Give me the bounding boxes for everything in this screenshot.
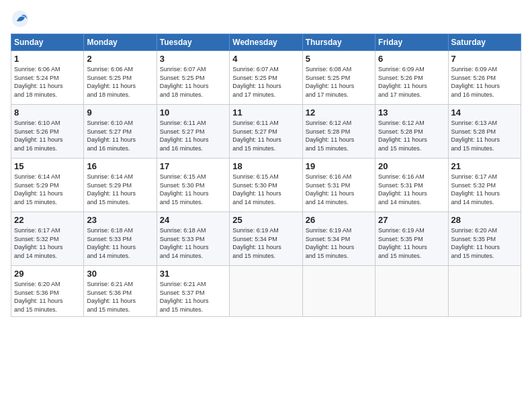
day-number: 27: [378, 215, 445, 225]
day-number: 22: [14, 215, 81, 225]
day-number: 13: [378, 107, 445, 118]
day-number: 26: [306, 215, 372, 225]
day-info: Sunrise: 6:15 AM Sunset: 5:30 PM Dayligh…: [232, 173, 299, 206]
calendar-cell: 20Sunrise: 6:16 AM Sunset: 5:31 PM Dayli…: [375, 158, 448, 212]
calendar-header-thursday: Thursday: [302, 34, 375, 51]
day-info: Sunrise: 6:13 AM Sunset: 5:28 PM Dayligh…: [451, 119, 518, 152]
logo-icon: [11, 9, 30, 28]
day-info: Sunrise: 6:08 AM Sunset: 5:25 PM Dayligh…: [306, 65, 372, 99]
header: [11, 7, 521, 28]
day-info: Sunrise: 6:11 AM Sunset: 5:27 PM Dayligh…: [160, 119, 226, 152]
day-number: 9: [87, 107, 153, 118]
day-number: 17: [160, 161, 226, 171]
day-number: 10: [160, 107, 226, 118]
calendar-cell: 27Sunrise: 6:19 AM Sunset: 5:35 PM Dayli…: [375, 212, 448, 266]
day-info: Sunrise: 6:07 AM Sunset: 5:25 PM Dayligh…: [232, 65, 299, 99]
day-info: Sunrise: 6:20 AM Sunset: 5:35 PM Dayligh…: [451, 226, 518, 260]
day-number: 25: [232, 215, 299, 225]
calendar-header-friday: Friday: [375, 34, 448, 51]
day-info: Sunrise: 6:21 AM Sunset: 5:37 PM Dayligh…: [160, 280, 226, 314]
day-number: 6: [378, 54, 445, 64]
calendar-cell: 19Sunrise: 6:16 AM Sunset: 5:31 PM Dayli…: [302, 158, 375, 212]
calendar-cell: 4Sunrise: 6:07 AM Sunset: 5:25 PM Daylig…: [230, 51, 302, 105]
calendar-cell: 6Sunrise: 6:09 AM Sunset: 5:26 PM Daylig…: [375, 51, 448, 105]
day-info: Sunrise: 6:07 AM Sunset: 5:25 PM Dayligh…: [160, 65, 226, 99]
calendar-cell: 16Sunrise: 6:14 AM Sunset: 5:29 PM Dayli…: [84, 158, 157, 212]
calendar-cell: 7Sunrise: 6:09 AM Sunset: 5:26 PM Daylig…: [448, 51, 521, 105]
day-number: 21: [451, 161, 518, 171]
calendar-cell: 21Sunrise: 6:17 AM Sunset: 5:32 PM Dayli…: [448, 158, 521, 212]
day-number: 12: [306, 107, 372, 118]
calendar-cell: 5Sunrise: 6:08 AM Sunset: 5:25 PM Daylig…: [302, 51, 375, 105]
day-number: 30: [87, 269, 153, 279]
calendar-cell: 29Sunrise: 6:20 AM Sunset: 5:36 PM Dayli…: [11, 266, 84, 317]
day-number: 29: [14, 269, 81, 279]
calendar-header-tuesday: Tuesday: [157, 34, 229, 51]
calendar-header-saturday: Saturday: [448, 34, 521, 51]
calendar-cell: 10Sunrise: 6:11 AM Sunset: 5:27 PM Dayli…: [157, 105, 229, 158]
day-info: Sunrise: 6:16 AM Sunset: 5:31 PM Dayligh…: [378, 173, 445, 206]
day-info: Sunrise: 6:17 AM Sunset: 5:32 PM Dayligh…: [451, 173, 518, 206]
day-number: 16: [87, 161, 153, 171]
day-number: 31: [160, 269, 226, 279]
calendar-week-1: 1Sunrise: 6:06 AM Sunset: 5:24 PM Daylig…: [11, 51, 521, 105]
calendar-cell: 18Sunrise: 6:15 AM Sunset: 5:30 PM Dayli…: [230, 158, 302, 212]
calendar-cell: 28Sunrise: 6:20 AM Sunset: 5:35 PM Dayli…: [448, 212, 521, 266]
day-info: Sunrise: 6:14 AM Sunset: 5:29 PM Dayligh…: [87, 173, 153, 206]
day-info: Sunrise: 6:10 AM Sunset: 5:26 PM Dayligh…: [14, 119, 81, 152]
calendar-cell: 31Sunrise: 6:21 AM Sunset: 5:37 PM Dayli…: [157, 266, 229, 317]
day-number: 7: [451, 54, 518, 64]
day-info: Sunrise: 6:19 AM Sunset: 5:35 PM Dayligh…: [378, 226, 445, 260]
day-info: Sunrise: 6:11 AM Sunset: 5:27 PM Dayligh…: [232, 119, 299, 152]
calendar-week-4: 22Sunrise: 6:17 AM Sunset: 5:32 PM Dayli…: [11, 212, 521, 266]
calendar-header-monday: Monday: [84, 34, 157, 51]
calendar-cell: 24Sunrise: 6:18 AM Sunset: 5:33 PM Dayli…: [157, 212, 229, 266]
calendar-cell: [230, 266, 302, 317]
day-info: Sunrise: 6:09 AM Sunset: 5:26 PM Dayligh…: [378, 65, 445, 99]
calendar-cell: 8Sunrise: 6:10 AM Sunset: 5:26 PM Daylig…: [11, 105, 84, 158]
page: SundayMondayTuesdayWednesdayThursdayFrid…: [0, 0, 532, 324]
day-number: 4: [232, 54, 299, 64]
day-number: 11: [232, 107, 299, 118]
calendar-header-sunday: Sunday: [11, 34, 84, 51]
day-number: 5: [306, 54, 372, 64]
day-number: 24: [160, 215, 226, 225]
day-number: 14: [451, 107, 518, 118]
calendar-cell: 11Sunrise: 6:11 AM Sunset: 5:27 PM Dayli…: [230, 105, 302, 158]
calendar-cell: 9Sunrise: 6:10 AM Sunset: 5:27 PM Daylig…: [84, 105, 157, 158]
calendar-cell: 1Sunrise: 6:06 AM Sunset: 5:24 PM Daylig…: [11, 51, 84, 105]
day-info: Sunrise: 6:19 AM Sunset: 5:34 PM Dayligh…: [232, 226, 299, 260]
day-info: Sunrise: 6:20 AM Sunset: 5:36 PM Dayligh…: [14, 280, 81, 314]
day-info: Sunrise: 6:21 AM Sunset: 5:36 PM Dayligh…: [87, 280, 153, 314]
calendar-week-2: 8Sunrise: 6:10 AM Sunset: 5:26 PM Daylig…: [11, 105, 521, 158]
day-info: Sunrise: 6:10 AM Sunset: 5:27 PM Dayligh…: [87, 119, 153, 152]
calendar-cell: 2Sunrise: 6:06 AM Sunset: 5:25 PM Daylig…: [84, 51, 157, 105]
day-info: Sunrise: 6:12 AM Sunset: 5:28 PM Dayligh…: [306, 119, 372, 152]
calendar-cell: 14Sunrise: 6:13 AM Sunset: 5:28 PM Dayli…: [448, 105, 521, 158]
day-number: 28: [451, 215, 518, 225]
calendar-cell: 25Sunrise: 6:19 AM Sunset: 5:34 PM Dayli…: [230, 212, 302, 266]
calendar-header-row: SundayMondayTuesdayWednesdayThursdayFrid…: [11, 34, 521, 51]
calendar-cell: 30Sunrise: 6:21 AM Sunset: 5:36 PM Dayli…: [84, 266, 157, 317]
calendar-cell: 15Sunrise: 6:14 AM Sunset: 5:29 PM Dayli…: [11, 158, 84, 212]
day-info: Sunrise: 6:09 AM Sunset: 5:26 PM Dayligh…: [451, 65, 518, 99]
calendar-week-5: 29Sunrise: 6:20 AM Sunset: 5:36 PM Dayli…: [11, 266, 521, 317]
day-number: 8: [14, 107, 81, 118]
calendar-cell: 3Sunrise: 6:07 AM Sunset: 5:25 PM Daylig…: [157, 51, 229, 105]
calendar-cell: 17Sunrise: 6:15 AM Sunset: 5:30 PM Dayli…: [157, 158, 229, 212]
calendar-cell: 22Sunrise: 6:17 AM Sunset: 5:32 PM Dayli…: [11, 212, 84, 266]
day-info: Sunrise: 6:15 AM Sunset: 5:30 PM Dayligh…: [160, 173, 226, 206]
day-number: 1: [14, 54, 81, 64]
day-info: Sunrise: 6:06 AM Sunset: 5:24 PM Dayligh…: [14, 65, 81, 99]
calendar-cell: [302, 266, 375, 317]
day-info: Sunrise: 6:16 AM Sunset: 5:31 PM Dayligh…: [306, 173, 372, 206]
calendar-cell: [375, 266, 448, 317]
day-number: 15: [14, 161, 81, 171]
day-info: Sunrise: 6:19 AM Sunset: 5:34 PM Dayligh…: [306, 226, 372, 260]
day-info: Sunrise: 6:17 AM Sunset: 5:32 PM Dayligh…: [14, 226, 81, 260]
day-info: Sunrise: 6:12 AM Sunset: 5:28 PM Dayligh…: [378, 119, 445, 152]
day-info: Sunrise: 6:18 AM Sunset: 5:33 PM Dayligh…: [87, 226, 153, 260]
day-number: 20: [378, 161, 445, 171]
day-number: 3: [160, 54, 226, 64]
logo: [11, 9, 32, 28]
